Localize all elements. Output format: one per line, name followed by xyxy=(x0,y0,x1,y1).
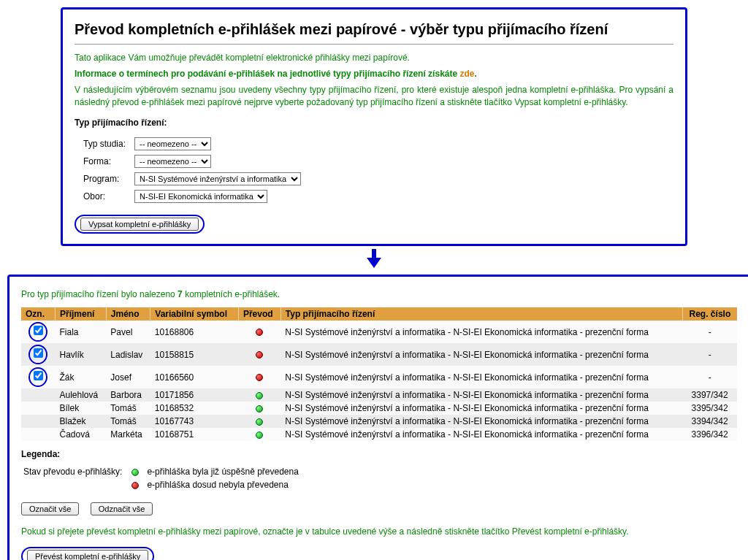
table-row: ČadováMarkéta10168751N-SI Systémové inže… xyxy=(21,428,737,441)
program-label: Program: xyxy=(83,171,133,187)
status-red-icon xyxy=(256,329,263,336)
cell-name: Tomáš xyxy=(106,415,150,428)
col-prevod: Převod xyxy=(238,307,280,321)
cell-status xyxy=(238,366,280,388)
table-row: ŽákJosef10166560N-SI Systémové inženýrst… xyxy=(21,366,737,388)
cell-reg: - xyxy=(682,343,737,366)
col-typ: Typ přijímacího řízení xyxy=(280,307,682,321)
cell-type: N-SI Systémové inženýrství a informatika… xyxy=(280,366,682,388)
col-ozn: Ozn. xyxy=(21,307,56,321)
cell-reg: - xyxy=(682,321,737,343)
cell-reg: 3394/342 xyxy=(682,415,737,428)
results-count-line: Pro typ přijímacího řízení bylo nalezeno… xyxy=(21,288,737,300)
cell-status xyxy=(238,321,280,343)
cell-name: Barbora xyxy=(106,388,150,402)
cell-status xyxy=(238,415,280,428)
cell-varsymbol: 10167743 xyxy=(150,415,239,428)
cell-type: N-SI Systémové inženýrství a informatika… xyxy=(280,415,682,428)
status-red-icon xyxy=(131,482,139,489)
cell-status xyxy=(238,343,280,366)
cell-status xyxy=(238,428,280,441)
uncheck-all-button[interactable]: Odznačit vše xyxy=(91,502,153,515)
table-row: BílekTomáš10168532N-SI Systémové inženýr… xyxy=(21,402,737,415)
legend-red-text: e-přihláška dosud nebyla převedena xyxy=(146,479,299,491)
cell-reg: 3395/342 xyxy=(682,402,737,415)
filter-section-heading: Typ přijímacího řízení: xyxy=(75,117,673,129)
cell-surname: Čadová xyxy=(56,428,107,441)
row-checkbox-highlight xyxy=(28,367,47,387)
intro-2-pre: Informace o termínech pro podávání e-při… xyxy=(75,69,459,79)
select-buttons-row: Označit vše Odznačit vše xyxy=(21,502,737,515)
status-green-icon xyxy=(256,392,263,399)
legend-head: Legenda: xyxy=(21,448,737,460)
page-title: Převod kompletních e-přihlášek mezi papí… xyxy=(75,21,673,38)
filter-form: Typ studia: -- neomezeno -- Forma: -- ne… xyxy=(82,134,310,206)
filter-panel: Převod kompletních e-přihlášek mezi papí… xyxy=(61,7,687,246)
cell-varsymbol: 10166560 xyxy=(150,366,239,388)
results-count-pre: Pro typ přijímacího řízení bylo nalezeno xyxy=(21,289,178,299)
legend-state-label: Stav převodu e-přihlášky: xyxy=(23,466,129,477)
row-checkbox[interactable] xyxy=(34,326,43,335)
intro-text-2: Informace o termínech pro podávání e-při… xyxy=(75,68,673,80)
cell-reg: - xyxy=(682,366,737,388)
cell-name: Markéta xyxy=(106,428,150,441)
col-reg: Reg. číslo xyxy=(682,307,737,321)
cell-reg: 3397/342 xyxy=(682,388,737,402)
table-row: HavlíkLadislav10158815N-SI Systémové inž… xyxy=(21,343,737,366)
convert-applications-button[interactable]: Převést kompletní e-přihlášky xyxy=(27,550,148,561)
status-green-icon xyxy=(256,431,263,439)
cell-surname: Blažek xyxy=(56,415,107,428)
intro-text-3: V následujícím výběrovém seznamu jsou uv… xyxy=(75,84,673,107)
cell-reg: 3396/342 xyxy=(682,428,737,441)
cell-surname: Fiala xyxy=(56,321,107,343)
list-applications-button[interactable]: Vypsat kompletní e-přihlášky xyxy=(80,218,199,231)
convert-hint: Pokud si přejete převést kompletní e-při… xyxy=(21,526,693,537)
cell-name: Pavel xyxy=(106,321,150,343)
row-checkbox[interactable] xyxy=(34,371,43,380)
cell-varsymbol: 10168806 xyxy=(150,321,239,343)
cell-name: Tomáš xyxy=(106,402,150,415)
cell-name: Ladislav xyxy=(106,343,150,366)
field-label: Obor: xyxy=(83,188,133,204)
arrow-down-icon xyxy=(7,249,741,270)
form-label: Forma: xyxy=(83,153,133,169)
cell-varsymbol: 10158815 xyxy=(150,343,239,366)
cell-surname: Aulehlová xyxy=(56,388,107,402)
study-type-select[interactable]: -- neomezeno -- xyxy=(134,137,211,150)
cell-varsymbol: 10168532 xyxy=(150,402,239,415)
field-select[interactable]: N-SI-EI Ekonomická informatika xyxy=(134,190,267,203)
table-row: BlažekTomáš10167743N-SI Systémové inžený… xyxy=(21,415,737,428)
convert-button-highlight: Převést kompletní e-přihlášky xyxy=(21,547,154,561)
table-row: AulehlováBarbora10171856N-SI Systémové i… xyxy=(21,388,737,402)
status-red-icon xyxy=(256,351,263,358)
col-prijmeni: Příjmení xyxy=(56,307,107,321)
list-button-highlight: Vypsat kompletní e-přihlášky xyxy=(75,215,205,234)
form-select[interactable]: -- neomezeno -- xyxy=(134,155,211,168)
results-count: 7 xyxy=(178,289,183,299)
results-count-post: kompletních e-přihlášek. xyxy=(183,289,280,299)
col-varsymbol: Variabilní symbol xyxy=(150,307,239,321)
check-all-button[interactable]: Označit vše xyxy=(21,502,79,515)
cell-type: N-SI Systémové inženýrství a informatika… xyxy=(280,428,682,441)
status-green-icon xyxy=(131,469,139,476)
row-checkbox-highlight xyxy=(28,345,47,364)
cell-surname: Žák xyxy=(56,366,107,388)
cell-varsymbol: 10168751 xyxy=(150,428,239,441)
status-green-icon xyxy=(256,418,263,426)
deadlines-link[interactable]: zde xyxy=(459,69,474,79)
col-jmeno: Jméno xyxy=(106,307,150,321)
legend-green-text: e-přihláška byla již úspěšně převedena xyxy=(146,466,299,477)
status-red-icon xyxy=(256,374,263,381)
row-checkbox-highlight xyxy=(28,322,47,342)
cell-surname: Havlík xyxy=(56,343,107,366)
cell-type: N-SI Systémové inženýrství a informatika… xyxy=(280,388,682,402)
cell-status xyxy=(238,388,280,402)
cell-varsymbol: 10171856 xyxy=(150,388,239,402)
cell-type: N-SI Systémové inženýrství a informatika… xyxy=(280,343,682,366)
cell-type: N-SI Systémové inženýrství a informatika… xyxy=(280,402,682,415)
row-checkbox[interactable] xyxy=(34,348,43,358)
results-panel: Pro typ přijímacího řízení bylo nalezeno… xyxy=(7,275,748,560)
program-select[interactable]: N-SI Systémové inženýrství a informatika xyxy=(134,172,301,185)
cell-status xyxy=(238,402,280,415)
intro-text-1: Tato aplikace Vám umožňuje převádět komp… xyxy=(75,52,673,64)
